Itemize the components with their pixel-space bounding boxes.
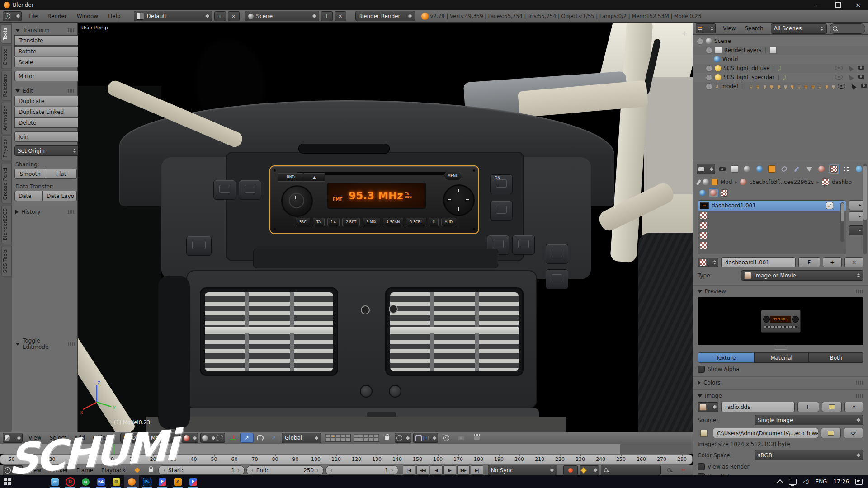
playback-button[interactable]: ◀ xyxy=(430,465,443,475)
timeline-ruler[interactable]: -50-40-30-20-100102030405060708090100110… xyxy=(0,454,693,465)
mirror-button[interactable]: Mirror xyxy=(14,71,81,81)
pivot-point-selector[interactable] xyxy=(200,433,225,443)
menu-item[interactable]: Window xyxy=(72,13,103,19)
tray-volume-icon[interactable]: ◁) xyxy=(803,479,809,485)
filepath-field[interactable]: C:\Users\Admin\Documents\...eco_hiway\in… xyxy=(713,428,818,438)
texture-context-material[interactable] xyxy=(708,188,718,197)
expand-icon[interactable]: + xyxy=(706,74,712,81)
taskbar-app-filmora2[interactable]: F xyxy=(185,475,201,488)
tab-modifiers[interactable] xyxy=(791,164,802,174)
start-button[interactable] xyxy=(0,475,15,488)
renderability-icon[interactable] xyxy=(858,66,864,70)
taskbar-app-zmodeler[interactable]: Z xyxy=(170,475,185,488)
screen-layout-selector[interactable]: Default xyxy=(134,11,212,21)
playback-button[interactable]: ◀◀ xyxy=(416,465,429,475)
viewport-menu-item[interactable]: Object xyxy=(89,435,115,441)
texture-slot-list[interactable]: dashboard1.001 ✓ xyxy=(698,200,846,254)
tool-shelf-tab[interactable]: Blender2SCS xyxy=(1,205,12,244)
reload-image-button[interactable]: ⟳ xyxy=(844,428,863,438)
frame-end-stepper[interactable]: ‹ End: 250 › xyxy=(246,465,324,475)
show-alpha-checkbox[interactable] xyxy=(698,366,705,373)
outliner-search-input[interactable] xyxy=(830,23,865,34)
manipulator-scale-button[interactable]: ↗ xyxy=(267,433,280,442)
timeline-track[interactable] xyxy=(0,444,693,454)
radio-unit[interactable]: BND ▲ MENU FMT 95.3 MHz TA RDS SRCTA1 ▸2… xyxy=(270,166,478,233)
use-preview-range-button[interactable] xyxy=(132,466,143,475)
scene-selector[interactable]: Scene xyxy=(245,11,319,21)
menu-item[interactable]: Help xyxy=(103,13,125,19)
set-origin-menu[interactable]: Set Origin xyxy=(14,145,80,156)
outliner-row-model[interactable]: + ⋔ model | ⋔⋔⋔⋔⋔⋔⋔⋔⋔⋔⋔⋔⋔ xyxy=(693,82,868,91)
editor-type-button[interactable] xyxy=(3,465,23,475)
outliner-menu-item[interactable]: Search xyxy=(740,25,768,32)
viewport-shading-selector[interactable] xyxy=(182,433,198,443)
tab-texture[interactable] xyxy=(829,164,840,174)
opengl-render-button[interactable] xyxy=(454,433,468,442)
transform-button[interactable]: Scale xyxy=(14,57,81,67)
taskbar-app-folder[interactable]: ▱ xyxy=(47,475,62,488)
tab-object[interactable] xyxy=(766,164,777,174)
tool-shelf-tab[interactable]: Physics xyxy=(1,136,12,161)
slot-list-scrollbar[interactable] xyxy=(840,202,844,242)
frame-start-stepper[interactable]: ‹ Start: 1 › xyxy=(158,465,245,475)
outliner-row-renderlayers[interactable]: + RenderLayers | xyxy=(693,46,868,55)
viewport-3d[interactable]: ON BND ▲ MENU FMT 95.3 MHz TA RDS xyxy=(78,23,693,432)
timeline-menu-item[interactable]: View xyxy=(24,467,45,474)
record-button[interactable] xyxy=(563,465,578,475)
unlink-image-button[interactable]: × xyxy=(844,402,863,412)
colorspace-selector[interactable]: sRGB xyxy=(755,450,863,460)
texture-slot-empty[interactable] xyxy=(698,240,846,250)
tool-shelf-tab[interactable]: SCS Tools xyxy=(1,246,12,277)
manipulator-rotate-button[interactable] xyxy=(254,433,267,442)
add-scene-button[interactable]: + xyxy=(321,11,333,21)
taskbar-app-photos[interactable]: ▨ xyxy=(108,475,124,488)
edit-button[interactable]: Duplicate Linked xyxy=(14,107,81,117)
playback-button[interactable]: ▶▶ xyxy=(457,465,470,475)
preview-panel-header[interactable]: Preview xyxy=(693,288,868,295)
tool-shelf-tab[interactable]: Animation xyxy=(1,102,12,134)
active-keying-set-field[interactable] xyxy=(601,465,661,475)
add-layout-button[interactable]: + xyxy=(214,11,226,21)
breadcrumb-object[interactable]: Mod xyxy=(721,179,732,185)
snap-selector[interactable]: |+| xyxy=(413,433,439,443)
current-frame-stepper[interactable]: ‹ 1 › xyxy=(326,465,398,475)
shade-flat-button[interactable]: Flat xyxy=(46,169,77,179)
texture-name-field[interactable]: dashboard1.001 xyxy=(721,257,796,267)
manipulator-axis-button[interactable] xyxy=(227,433,240,442)
tool-shelf-tab[interactable]: Grease Pencil xyxy=(1,163,12,203)
delete-layout-button[interactable]: × xyxy=(228,11,240,21)
texture-slot-empty[interactable] xyxy=(698,211,846,221)
expand-icon[interactable]: + xyxy=(706,65,712,72)
snap-target-button[interactable] xyxy=(440,433,453,442)
data-layout-button[interactable]: Data Layo xyxy=(43,191,77,201)
taskbar-app-photoshop[interactable]: Ps xyxy=(139,475,155,488)
playback-button[interactable]: |◀ xyxy=(403,465,415,475)
image-fake-user-button[interactable]: F xyxy=(797,402,819,412)
visibility-icon[interactable] xyxy=(835,75,843,80)
editor-type-button[interactable] xyxy=(3,433,23,443)
edit-button[interactable]: Duplicate xyxy=(14,96,81,106)
texture-type-selector[interactable]: Image or Movie xyxy=(741,270,863,281)
selectability-icon[interactable] xyxy=(847,74,854,81)
lock-frame-range-button[interactable] xyxy=(145,466,156,475)
delete-keyframe-button[interactable]: ✂ xyxy=(677,466,690,475)
menu-item[interactable]: Render xyxy=(42,13,72,19)
texture-type-icon-selector[interactable] xyxy=(698,258,718,267)
history-panel-header[interactable]: History xyxy=(15,209,75,215)
join-button[interactable]: Join xyxy=(14,131,81,142)
tab-constraints[interactable] xyxy=(779,164,790,174)
fake-user-button[interactable]: F xyxy=(798,257,820,267)
expand-icon[interactable]: + xyxy=(706,47,712,54)
source-selector[interactable]: Single Image xyxy=(755,415,863,425)
slot-move-up-button[interactable] xyxy=(849,200,863,210)
texture-slot-empty[interactable] xyxy=(698,230,846,240)
opengl-animation-button[interactable] xyxy=(470,433,483,442)
transform-panel-header[interactable]: Transform xyxy=(15,27,75,33)
tool-shelf-tab[interactable]: Tools xyxy=(1,24,12,44)
timeline-menu-item[interactable]: Frame xyxy=(72,467,97,474)
tab-render-layers[interactable] xyxy=(729,164,740,174)
tab-material[interactable] xyxy=(816,164,827,174)
tab-world[interactable] xyxy=(754,164,765,174)
tool-shelf-tab[interactable]: Relations xyxy=(1,70,12,101)
delete-scene-button[interactable]: × xyxy=(335,11,346,21)
